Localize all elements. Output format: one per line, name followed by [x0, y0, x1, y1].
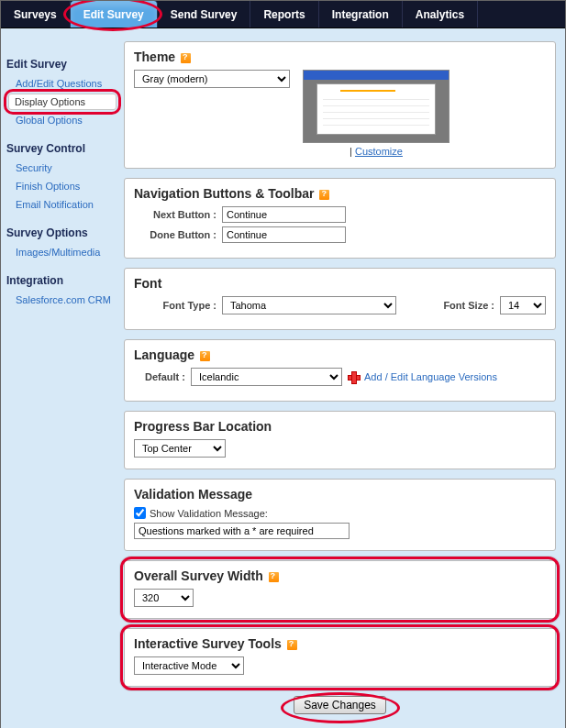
tab-send-survey[interactable]: Send Survey: [158, 1, 251, 28]
panel-title: Navigation Buttons & Toolbar: [134, 186, 546, 201]
panel-interactive-tools: Interactive Survey Tools Interactive Mod…: [124, 628, 556, 687]
help-icon[interactable]: [200, 351, 210, 361]
progress-select[interactable]: Top Center: [134, 439, 226, 458]
save-changes-button[interactable]: Save Changes: [294, 696, 386, 714]
validation-message-input[interactable]: [134, 523, 350, 539]
panel-title: Language: [134, 347, 546, 362]
panel-title-text: Theme: [134, 50, 175, 64]
panel-title-text: Overall Survey Width: [134, 568, 263, 583]
interactive-select[interactable]: Interactive Mode: [134, 656, 244, 675]
theme-preview: [303, 70, 449, 143]
panel-title-text: Language: [134, 347, 194, 362]
panel-title-text: Interactive Survey Tools: [134, 636, 282, 651]
panel-title: Overall Survey Width: [134, 568, 546, 583]
panel-nav-toolbar: Navigation Buttons & Toolbar Next Button…: [124, 178, 556, 259]
sidebar-heading-options: Survey Options: [6, 226, 120, 239]
theme-select[interactable]: Gray (modern): [134, 70, 290, 88]
tab-reports[interactable]: Reports: [250, 1, 318, 28]
done-button-input[interactable]: [222, 226, 346, 243]
sidebar-item-email[interactable]: Email Notification: [6, 195, 120, 214]
sidebar: Edit Survey Add/Edit Questions Display O…: [1, 28, 120, 728]
sidebar-heading-edit: Edit Survey: [6, 58, 120, 71]
sidebar-item-images[interactable]: Images/Multimedia: [6, 243, 120, 261]
language-default-label: Default :: [134, 371, 185, 382]
customize-link[interactable]: Customize: [355, 146, 403, 157]
done-button-label: Done Button :: [134, 229, 216, 240]
theme-caption: | Customize: [303, 146, 449, 157]
sidebar-item-add-edit[interactable]: Add/Edit Questions: [6, 74, 120, 93]
panel-validation: Validation Message Show Validation Messa…: [124, 479, 556, 551]
tab-edit-survey[interactable]: Edit Survey: [71, 1, 158, 28]
save-row: Save Changes: [124, 696, 556, 723]
panel-title-text: Navigation Buttons & Toolbar: [134, 186, 315, 201]
tab-analytics[interactable]: Analytics: [403, 1, 478, 28]
content: Theme Gray (modern) | Customize: [120, 28, 565, 728]
next-button-input[interactable]: [222, 206, 346, 223]
panel-title: Theme: [134, 50, 546, 64]
panel-progress: Progress Bar Location Top Center: [124, 411, 556, 469]
tab-surveys[interactable]: Surveys: [1, 1, 71, 28]
panel-language: Language Default : Icelandic Add / Edit …: [124, 339, 556, 402]
tab-label: Edit Survey: [83, 8, 144, 21]
sidebar-heading-integration: Integration: [6, 274, 120, 287]
panel-title: Interactive Survey Tools: [134, 636, 546, 651]
show-validation-checkbox[interactable]: [134, 507, 146, 519]
sidebar-item-security[interactable]: Security: [6, 159, 120, 177]
add-edit-language-link[interactable]: Add / Edit Language Versions: [364, 371, 497, 382]
sidebar-item-display-options[interactable]: Display Options: [8, 94, 117, 110]
panel-title: Validation Message: [134, 487, 546, 502]
next-button-label: Next Button :: [134, 209, 216, 220]
sidebar-item-finish[interactable]: Finish Options: [6, 177, 120, 195]
sidebar-heading-control: Survey Control: [6, 142, 120, 155]
font-size-label: Font Size :: [443, 300, 494, 311]
width-select[interactable]: 320: [134, 589, 194, 607]
panel-title: Font: [134, 276, 546, 291]
sidebar-item-salesforce[interactable]: Salesforce.com CRM: [6, 291, 120, 309]
help-icon[interactable]: [181, 53, 191, 63]
plus-icon[interactable]: [348, 371, 359, 382]
font-type-select[interactable]: Tahoma: [222, 296, 396, 314]
panel-theme: Theme Gray (modern) | Customize: [124, 41, 556, 169]
theme-select-wrap: Gray (modern): [134, 70, 290, 88]
language-select[interactable]: Icelandic: [191, 368, 342, 386]
sidebar-item-global-options[interactable]: Global Options: [6, 111, 120, 129]
panel-title: Progress Bar Location: [134, 419, 546, 434]
font-size-select[interactable]: 14: [500, 296, 546, 314]
show-validation-label: Show Validation Message:: [150, 508, 268, 519]
font-type-label: Font Type :: [134, 300, 216, 311]
panel-font: Font Font Type : Tahoma Font Size : 14: [124, 268, 556, 330]
theme-preview-wrap: | Customize: [303, 70, 449, 157]
panel-overall-width: Overall Survey Width 320: [124, 560, 556, 619]
top-nav: Surveys Edit Survey Send Survey Reports …: [1, 1, 565, 28]
help-icon[interactable]: [287, 640, 297, 650]
tab-integration[interactable]: Integration: [319, 1, 403, 28]
help-icon[interactable]: [269, 572, 279, 582]
help-icon[interactable]: [319, 190, 329, 200]
